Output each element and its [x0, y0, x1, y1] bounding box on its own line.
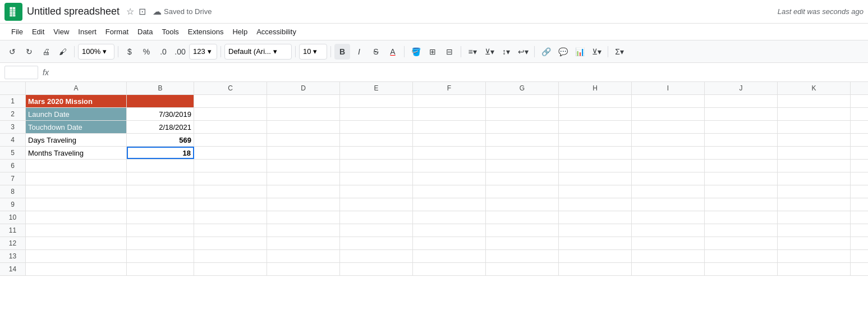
cell-b4[interactable]: 569	[127, 134, 194, 146]
cell-l11[interactable]	[851, 224, 868, 237]
filter-button[interactable]: ⊻▾	[589, 44, 604, 60]
valign-button[interactable]: ⊻▾	[481, 44, 497, 60]
cell-h7[interactable]	[559, 172, 632, 185]
functions-button[interactable]: Σ▾	[612, 44, 627, 60]
cell-g6[interactable]	[486, 160, 559, 172]
cell-i3[interactable]	[632, 121, 705, 133]
cell-c6[interactable]	[194, 160, 267, 172]
cell-e14[interactable]	[340, 263, 413, 275]
cell-i13[interactable]	[632, 250, 705, 262]
cell-g8[interactable]	[486, 185, 559, 198]
cell-d8[interactable]	[267, 185, 340, 198]
cell-f10[interactable]	[413, 211, 486, 224]
undo-button[interactable]: ↺	[4, 44, 20, 60]
cell-a9[interactable]	[26, 198, 127, 211]
cell-d1[interactable]	[267, 95, 340, 107]
currency-button[interactable]: $	[122, 44, 137, 60]
menu-edit[interactable]: Edit	[27, 25, 49, 38]
col-header-k[interactable]: K	[778, 82, 851, 94]
cell-l12[interactable]	[851, 237, 868, 249]
number-format-dropdown[interactable]: 123 ▾	[189, 44, 217, 60]
cell-d14[interactable]	[267, 263, 340, 275]
cell-j13[interactable]	[705, 250, 778, 262]
cell-g7[interactable]	[486, 172, 559, 185]
cell-k6[interactable]	[778, 160, 851, 172]
cell-a12[interactable]	[26, 237, 127, 249]
cell-i5[interactable]	[632, 147, 705, 159]
cell-e6[interactable]	[340, 160, 413, 172]
cell-b9[interactable]	[127, 198, 194, 211]
cell-i7[interactable]	[632, 172, 705, 185]
cell-h13[interactable]	[559, 250, 632, 262]
cell-b13[interactable]	[127, 250, 194, 262]
cell-d6[interactable]	[267, 160, 340, 172]
cell-g1[interactable]	[486, 95, 559, 107]
cell-f3[interactable]	[413, 121, 486, 133]
cell-a14[interactable]	[26, 263, 127, 275]
cell-h12[interactable]	[559, 237, 632, 249]
cell-e9[interactable]	[340, 198, 413, 211]
cell-b12[interactable]	[127, 237, 194, 249]
cell-i12[interactable]	[632, 237, 705, 249]
star-icon[interactable]: ☆	[126, 6, 134, 17]
cell-h10[interactable]	[559, 211, 632, 224]
cell-i11[interactable]	[632, 224, 705, 237]
cell-e2[interactable]	[340, 108, 413, 120]
cell-h11[interactable]	[559, 224, 632, 237]
cell-k7[interactable]	[778, 172, 851, 185]
cell-k4[interactable]	[778, 134, 851, 146]
paint-format-button[interactable]: 🖌	[55, 44, 71, 60]
cell-h6[interactable]	[559, 160, 632, 172]
cell-e5[interactable]	[340, 147, 413, 159]
cell-c11[interactable]	[194, 224, 267, 237]
cell-d11[interactable]	[267, 224, 340, 237]
cell-f5[interactable]	[413, 147, 486, 159]
cell-f12[interactable]	[413, 237, 486, 249]
borders-button[interactable]: ⊞	[425, 44, 440, 60]
cell-j1[interactable]	[705, 95, 778, 107]
text-wrap-button[interactable]: ↩▾	[515, 44, 531, 60]
cell-b11[interactable]	[127, 224, 194, 237]
cell-k5[interactable]	[778, 147, 851, 159]
menu-tools[interactable]: Tools	[157, 25, 183, 38]
cell-g12[interactable]	[486, 237, 559, 249]
cell-e13[interactable]	[340, 250, 413, 262]
col-header-c[interactable]: C	[194, 82, 267, 94]
col-header-b[interactable]: B	[127, 82, 194, 94]
cell-i10[interactable]	[632, 211, 705, 224]
cell-h4[interactable]	[559, 134, 632, 146]
cell-b14[interactable]	[127, 263, 194, 275]
insert-comment-button[interactable]: 💬	[555, 44, 571, 60]
cell-f2[interactable]	[413, 108, 486, 120]
cell-f8[interactable]	[413, 185, 486, 198]
cell-g10[interactable]	[486, 211, 559, 224]
cell-j7[interactable]	[705, 172, 778, 185]
cell-f11[interactable]	[413, 224, 486, 237]
col-header-h[interactable]: H	[559, 82, 632, 94]
cell-b7[interactable]	[127, 172, 194, 185]
cell-k9[interactable]	[778, 198, 851, 211]
cell-j2[interactable]	[705, 108, 778, 120]
menu-data[interactable]: Data	[133, 25, 157, 38]
col-header-a[interactable]: A	[26, 82, 127, 94]
cell-a1[interactable]: Mars 2020 Mission	[26, 95, 127, 107]
cell-e7[interactable]	[340, 172, 413, 185]
bold-button[interactable]: B	[334, 44, 350, 60]
cell-c1[interactable]	[194, 95, 267, 107]
cell-k8[interactable]	[778, 185, 851, 198]
cell-l14[interactable]	[851, 263, 868, 275]
merge-button[interactable]: ⊟	[442, 44, 457, 60]
zoom-dropdown[interactable]: 100% ▾	[78, 44, 114, 60]
cell-f1[interactable]	[413, 95, 486, 107]
insert-chart-button[interactable]: 📊	[572, 44, 587, 60]
cell-k14[interactable]	[778, 263, 851, 275]
cell-c4[interactable]	[194, 134, 267, 146]
cell-b1[interactable]	[127, 95, 194, 107]
cell-g5[interactable]	[486, 147, 559, 159]
cell-j11[interactable]	[705, 224, 778, 237]
cell-j5[interactable]	[705, 147, 778, 159]
cell-j6[interactable]	[705, 160, 778, 172]
cell-l1[interactable]	[851, 95, 868, 107]
formula-input[interactable]: =DATEDIF(B2,B3, "M")	[53, 66, 864, 79]
cell-l7[interactable]	[851, 172, 868, 185]
